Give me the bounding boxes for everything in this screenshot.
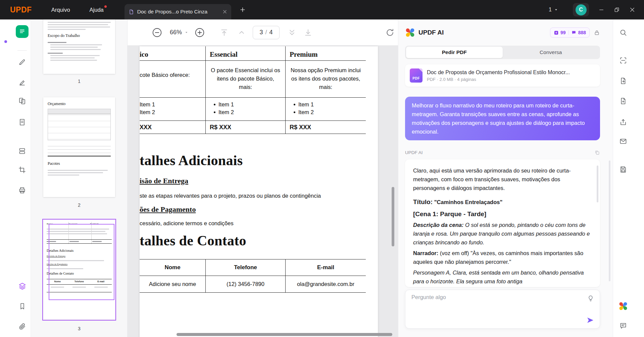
mail-button[interactable] [616, 135, 630, 148]
ai-panel-scrollbar[interactable] [609, 160, 610, 281]
paperclip-icon [18, 323, 26, 330]
copy-icon[interactable] [594, 150, 600, 155]
bookmark-button[interactable] [15, 299, 30, 314]
menu-ajuda[interactable]: Ajuda [90, 7, 104, 13]
bookmark-icon [18, 302, 26, 310]
zoom-in-button[interactable] [194, 27, 205, 38]
ai-input[interactable] [411, 294, 573, 322]
ai-tabs: Pedir PDF Conversa [405, 46, 600, 59]
credits-badge[interactable]: 99 888 [550, 28, 590, 38]
annotate-icon [18, 58, 26, 66]
document-tab[interactable]: Doc de Propos...o Preto Cinza [125, 4, 231, 19]
contact-value: Adicione seu nome [140, 276, 205, 292]
previous-page-button[interactable] [237, 28, 246, 37]
account-avatar[interactable]: C [573, 3, 589, 16]
rotate-page-button[interactable] [385, 28, 395, 37]
updf-ai-logo [618, 301, 628, 311]
response-title-line: Título: "Caminhos Entrelaçados" [413, 198, 592, 206]
pdf-badge: PDF [410, 77, 423, 80]
ai-assistant-button[interactable] [616, 299, 630, 313]
messages-count: 888 [578, 30, 586, 35]
next-page-button[interactable] [288, 28, 296, 37]
page-indicator[interactable]: 3 / 4 [253, 26, 280, 39]
item-label: Item 1 [140, 101, 155, 108]
thumbnail-page-1[interactable]: Escopo do Trabalho [43, 19, 115, 74]
crop-button[interactable] [15, 162, 30, 177]
viewport-indicator [49, 224, 114, 300]
tab-close-icon[interactable] [222, 9, 227, 14]
narrator-label: Narrador: [413, 250, 438, 256]
scene-description-label: Descrição da cena: [413, 222, 463, 228]
ocr-button[interactable] [616, 54, 630, 67]
user-message-bubble: Melhorar o fluxo narrativo do meu roteir… [405, 97, 600, 140]
tab-chat[interactable]: Conversa [503, 47, 599, 58]
message-counter: 888 [572, 30, 586, 35]
print-button[interactable] [15, 183, 30, 198]
pricing-description: Nossa opção Premium inclui os itens dos … [285, 61, 366, 97]
vertical-scrollbar[interactable] [392, 187, 394, 246]
pricing-items: Item 1 Item 2 [140, 98, 205, 121]
pdf-canvas: ico Essencial Premium cote Básico oferec… [128, 45, 398, 337]
character-line: Personagem A, Clara, está sentada em um … [413, 268, 592, 286]
layers-button[interactable] [15, 279, 30, 293]
search-button[interactable] [616, 26, 630, 39]
lock-icon[interactable] [594, 30, 600, 36]
thumbnail-page-3[interactable]: Básico Essencial Premium Detalhes Adicio… [43, 220, 115, 320]
attachment-button[interactable] [15, 319, 30, 334]
chevron-up-icon [237, 28, 246, 37]
pricing-price-row: XXX R$ XXX R$ XXX [140, 121, 366, 134]
annotate-button[interactable] [15, 55, 30, 69]
zoom-out-button[interactable] [152, 27, 162, 38]
lightbulb-icon[interactable] [587, 295, 594, 302]
updf-ai-logo [405, 28, 415, 38]
comment-button[interactable] [616, 319, 630, 333]
view-toolbar: 66% 3 / 4 [128, 19, 398, 45]
badge-divider [568, 30, 569, 35]
section-title-additional: talhes Adicionais [140, 152, 378, 168]
horizontal-scrollbar[interactable] [177, 333, 392, 336]
edit-text-button[interactable] [15, 75, 30, 90]
ai-panel-title: UPDF AI [418, 29, 444, 36]
insert-page-button[interactable] [616, 94, 630, 108]
contact-value: (12) 3456-7890 [205, 276, 285, 292]
bullet [214, 111, 215, 113]
updf-logo: UPDF [10, 5, 32, 14]
ai-panel: UPDF AI 99 888 Pedir PDF [398, 19, 613, 337]
reader-mode-button[interactable] [15, 24, 30, 39]
notification-dot [4, 40, 7, 43]
send-icon[interactable] [586, 316, 594, 324]
credits-count: 99 [560, 30, 566, 35]
convert-button[interactable] [15, 144, 30, 158]
thumb3-number: 3 [43, 326, 115, 331]
file-card[interactable]: PDF Doc de Proposta de Orçamento Profiss… [405, 64, 600, 87]
go-first-page-button[interactable] [220, 28, 229, 37]
organize-pages-button[interactable] [15, 94, 30, 108]
thumbnail-page-2[interactable]: Orçamento Pacotes [43, 97, 115, 197]
narrator-text: (voz em off) "Às vezes, os caminhos mais… [413, 250, 583, 265]
organize-pages-icon [18, 97, 26, 105]
fill-sign-button[interactable] [15, 115, 30, 130]
save-button[interactable] [616, 163, 630, 176]
pdf-page: ico Essencial Premium cote Básico oferec… [140, 46, 378, 337]
new-tab-button[interactable] [239, 6, 246, 13]
response-scrollbar[interactable] [597, 165, 598, 202]
bullet [214, 104, 215, 105]
title-label: Título: [413, 198, 433, 205]
price-value: XXX [140, 121, 205, 134]
rotate-icon [385, 28, 395, 37]
layers-icon [18, 282, 27, 290]
minimize-button[interactable] [598, 7, 604, 13]
contact-header: Nome [140, 259, 205, 276]
zoom-level-dropdown[interactable]: 66% [170, 29, 188, 36]
restore-button[interactable] [614, 7, 620, 13]
thumb1-heading: Escopo do Trabalho [48, 33, 80, 38]
share-button[interactable] [616, 115, 630, 129]
share-icon [619, 118, 627, 126]
go-last-page-button[interactable] [304, 28, 312, 37]
extract-pages-button[interactable] [616, 74, 630, 88]
double-chevron-down-icon [288, 28, 296, 37]
tab-ask-pdf[interactable]: Pedir PDF [406, 47, 503, 58]
tab-count-dropdown[interactable]: 1 [549, 7, 558, 13]
close-button[interactable] [629, 7, 635, 13]
menu-arquivo[interactable]: Arquivo [51, 7, 70, 13]
